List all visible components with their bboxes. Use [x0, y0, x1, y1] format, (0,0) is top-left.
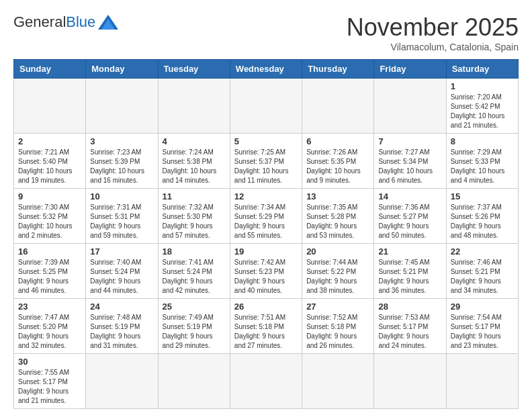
day-info: Sunrise: 7:27 AM Sunset: 5:34 PM Dayligh… [378, 148, 441, 185]
calendar-day-cell: 4Sunrise: 7:24 AM Sunset: 5:38 PM Daylig… [158, 134, 230, 189]
calendar-day-cell [158, 79, 230, 134]
day-info: Sunrise: 7:29 AM Sunset: 5:33 PM Dayligh… [451, 148, 514, 185]
calendar-day-cell [302, 79, 374, 134]
calendar-day-cell: 12Sunrise: 7:34 AM Sunset: 5:29 PM Dayli… [230, 189, 302, 244]
logo: General Blue [13, 13, 118, 31]
calendar-day-cell: 5Sunrise: 7:25 AM Sunset: 5:37 PM Daylig… [230, 134, 302, 189]
calendar-day-cell: 17Sunrise: 7:40 AM Sunset: 5:24 PM Dayli… [86, 244, 158, 299]
calendar-day-cell: 2Sunrise: 7:21 AM Sunset: 5:40 PM Daylig… [14, 134, 86, 189]
calendar-week-row: 30Sunrise: 7:55 AM Sunset: 5:17 PM Dayli… [14, 354, 519, 409]
day-number: 21 [378, 246, 441, 257]
day-info: Sunrise: 7:21 AM Sunset: 5:40 PM Dayligh… [18, 148, 81, 185]
weekday-header-wednesday: Wednesday [230, 60, 302, 79]
day-info: Sunrise: 7:49 AM Sunset: 5:19 PM Dayligh… [163, 313, 226, 351]
calendar-week-row: 16Sunrise: 7:39 AM Sunset: 5:25 PM Dayli… [14, 244, 519, 299]
calendar-day-cell: 29Sunrise: 7:54 AM Sunset: 5:17 PM Dayli… [446, 299, 518, 354]
day-info: Sunrise: 7:25 AM Sunset: 5:37 PM Dayligh… [234, 148, 298, 185]
weekday-header-row: SundayMondayTuesdayWednesdayThursdayFrid… [14, 60, 519, 79]
day-number: 15 [451, 191, 514, 201]
day-info: Sunrise: 7:26 AM Sunset: 5:35 PM Dayligh… [306, 148, 369, 185]
day-number: 20 [306, 246, 369, 257]
day-number: 5 [234, 136, 298, 146]
calendar-day-cell: 6Sunrise: 7:26 AM Sunset: 5:35 PM Daylig… [302, 134, 374, 189]
calendar-day-cell: 7Sunrise: 7:27 AM Sunset: 5:34 PM Daylig… [374, 134, 446, 189]
day-number: 14 [378, 191, 441, 201]
calendar-day-cell: 8Sunrise: 7:29 AM Sunset: 5:33 PM Daylig… [446, 134, 518, 189]
calendar-day-cell: 10Sunrise: 7:31 AM Sunset: 5:31 PM Dayli… [86, 189, 158, 244]
logo-icon [98, 15, 118, 30]
weekday-header-saturday: Saturday [446, 60, 518, 79]
day-info: Sunrise: 7:20 AM Sunset: 5:42 PM Dayligh… [451, 93, 514, 130]
calendar-day-cell [302, 354, 374, 409]
calendar-day-cell [374, 354, 446, 409]
day-info: Sunrise: 7:53 AM Sunset: 5:17 PM Dayligh… [378, 313, 441, 351]
day-number: 3 [90, 136, 153, 146]
calendar-day-cell: 16Sunrise: 7:39 AM Sunset: 5:25 PM Dayli… [14, 244, 86, 299]
calendar-day-cell: 23Sunrise: 7:47 AM Sunset: 5:20 PM Dayli… [14, 299, 86, 354]
day-info: Sunrise: 7:42 AM Sunset: 5:23 PM Dayligh… [234, 258, 298, 295]
calendar-day-cell: 26Sunrise: 7:51 AM Sunset: 5:18 PM Dayli… [230, 299, 302, 354]
calendar-week-row: 9Sunrise: 7:30 AM Sunset: 5:32 PM Daylig… [14, 189, 519, 244]
day-info: Sunrise: 7:41 AM Sunset: 5:24 PM Dayligh… [163, 258, 226, 295]
day-info: Sunrise: 7:30 AM Sunset: 5:32 PM Dayligh… [18, 203, 81, 240]
calendar-day-cell: 28Sunrise: 7:53 AM Sunset: 5:17 PM Dayli… [374, 299, 446, 354]
day-info: Sunrise: 7:37 AM Sunset: 5:26 PM Dayligh… [451, 203, 514, 240]
calendar-day-cell [374, 79, 446, 134]
location: Vilamacolum, Catalonia, Spain [347, 42, 519, 52]
day-info: Sunrise: 7:23 AM Sunset: 5:39 PM Dayligh… [90, 148, 153, 185]
day-number: 26 [234, 302, 298, 312]
day-info: Sunrise: 7:55 AM Sunset: 5:17 PM Dayligh… [18, 368, 81, 406]
day-number: 23 [18, 302, 81, 312]
day-number: 7 [378, 136, 441, 146]
calendar-day-cell [230, 79, 302, 134]
weekday-header-friday: Friday [374, 60, 446, 79]
calendar-day-cell [14, 79, 86, 134]
day-number: 11 [163, 191, 226, 201]
calendar-day-cell: 21Sunrise: 7:45 AM Sunset: 5:21 PM Dayli… [374, 244, 446, 299]
day-number: 6 [306, 136, 369, 146]
calendar-day-cell: 19Sunrise: 7:42 AM Sunset: 5:23 PM Dayli… [230, 244, 302, 299]
day-number: 16 [18, 246, 81, 257]
calendar-day-cell: 30Sunrise: 7:55 AM Sunset: 5:17 PM Dayli… [14, 354, 86, 409]
day-info: Sunrise: 7:34 AM Sunset: 5:29 PM Dayligh… [234, 203, 298, 240]
calendar-day-cell [86, 354, 158, 409]
day-number: 10 [90, 191, 153, 201]
calendar-day-cell: 24Sunrise: 7:48 AM Sunset: 5:19 PM Dayli… [86, 299, 158, 354]
calendar-day-cell: 13Sunrise: 7:35 AM Sunset: 5:28 PM Dayli… [302, 189, 374, 244]
calendar-day-cell [86, 79, 158, 134]
day-info: Sunrise: 7:40 AM Sunset: 5:24 PM Dayligh… [90, 258, 153, 295]
day-number: 18 [163, 246, 226, 257]
day-info: Sunrise: 7:32 AM Sunset: 5:30 PM Dayligh… [163, 203, 226, 240]
calendar-week-row: 1Sunrise: 7:20 AM Sunset: 5:42 PM Daylig… [14, 79, 519, 134]
month-title: November 2025 [347, 13, 519, 42]
day-info: Sunrise: 7:39 AM Sunset: 5:25 PM Dayligh… [18, 258, 81, 295]
weekday-header-tuesday: Tuesday [158, 60, 230, 79]
day-info: Sunrise: 7:45 AM Sunset: 5:21 PM Dayligh… [378, 258, 441, 295]
calendar-day-cell: 25Sunrise: 7:49 AM Sunset: 5:19 PM Dayli… [158, 299, 230, 354]
day-number: 29 [451, 302, 514, 312]
calendar-day-cell: 1Sunrise: 7:20 AM Sunset: 5:42 PM Daylig… [446, 79, 518, 134]
day-info: Sunrise: 7:52 AM Sunset: 5:18 PM Dayligh… [306, 313, 369, 351]
day-number: 1 [451, 81, 514, 91]
calendar: SundayMondayTuesdayWednesdayThursdayFrid… [13, 59, 519, 409]
weekday-header-sunday: Sunday [14, 60, 86, 79]
day-info: Sunrise: 7:48 AM Sunset: 5:19 PM Dayligh… [90, 313, 153, 351]
calendar-day-cell: 18Sunrise: 7:41 AM Sunset: 5:24 PM Dayli… [158, 244, 230, 299]
calendar-day-cell: 14Sunrise: 7:36 AM Sunset: 5:27 PM Dayli… [374, 189, 446, 244]
calendar-day-cell [446, 354, 518, 409]
weekday-header-monday: Monday [86, 60, 158, 79]
calendar-day-cell: 20Sunrise: 7:44 AM Sunset: 5:22 PM Dayli… [302, 244, 374, 299]
day-info: Sunrise: 7:47 AM Sunset: 5:20 PM Dayligh… [18, 313, 81, 351]
day-info: Sunrise: 7:35 AM Sunset: 5:28 PM Dayligh… [306, 203, 369, 240]
day-number: 28 [378, 302, 441, 312]
calendar-day-cell: 22Sunrise: 7:46 AM Sunset: 5:21 PM Dayli… [446, 244, 518, 299]
calendar-day-cell: 9Sunrise: 7:30 AM Sunset: 5:32 PM Daylig… [14, 189, 86, 244]
calendar-day-cell [230, 354, 302, 409]
day-number: 17 [90, 246, 153, 257]
calendar-day-cell [158, 354, 230, 409]
weekday-header-thursday: Thursday [302, 60, 374, 79]
day-info: Sunrise: 7:31 AM Sunset: 5:31 PM Dayligh… [90, 203, 153, 240]
day-number: 4 [163, 136, 226, 146]
day-number: 2 [18, 136, 81, 146]
day-info: Sunrise: 7:46 AM Sunset: 5:21 PM Dayligh… [451, 258, 514, 295]
